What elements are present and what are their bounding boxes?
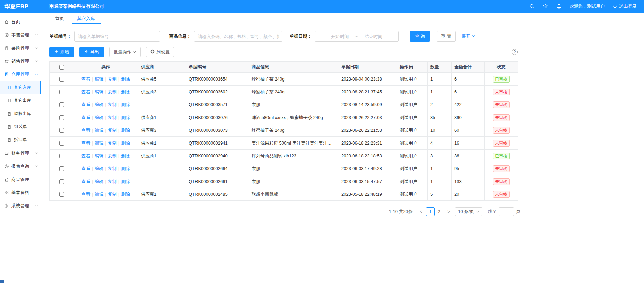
- search-button[interactable]: 查询: [410, 31, 430, 42]
- date-end-input[interactable]: [359, 34, 388, 39]
- status-badge: 未审核: [493, 127, 510, 134]
- delete-link[interactable]: 删除: [121, 89, 130, 94]
- copy-link[interactable]: 复制: [108, 153, 117, 158]
- row-checkbox[interactable]: [59, 115, 64, 120]
- delete-link[interactable]: 删除: [121, 140, 130, 146]
- edit-link[interactable]: 编辑: [95, 140, 103, 146]
- copy-link[interactable]: 复制: [108, 115, 117, 120]
- view-link[interactable]: 查看: [81, 102, 90, 107]
- view-link[interactable]: 查看: [81, 115, 90, 120]
- sidebar-item-sales[interactable]: 销售管理: [0, 55, 41, 68]
- view-link[interactable]: 查看: [81, 89, 90, 94]
- sidebar-item-basic[interactable]: 基本资料: [0, 186, 41, 199]
- view-link[interactable]: 查看: [81, 179, 90, 184]
- bank-icon[interactable]: [543, 4, 548, 9]
- sidebar-item-finance[interactable]: 财务管理: [0, 147, 41, 160]
- edit-link[interactable]: 编辑: [95, 192, 103, 197]
- copy-link[interactable]: 复制: [108, 89, 117, 94]
- delete-link[interactable]: 删除: [121, 76, 130, 82]
- doc-no-cell: QTRK00000003602: [186, 86, 249, 98]
- delete-link[interactable]: 删除: [121, 128, 130, 133]
- batch-actions-button[interactable]: 批量操作: [109, 47, 141, 57]
- tab-other-inbound[interactable]: 其它入库: [72, 13, 101, 24]
- help-icon[interactable]: ?: [512, 49, 518, 55]
- date-range-picker[interactable]: ~: [315, 31, 399, 42]
- edit-link[interactable]: 编辑: [95, 153, 103, 158]
- sidebar-item-assembly-order[interactable]: 组装单: [0, 120, 41, 133]
- sidebar-item-system[interactable]: 系统管理: [0, 199, 41, 212]
- page-button-2[interactable]: 2: [435, 207, 443, 216]
- doc-no-input[interactable]: [74, 31, 160, 42]
- row-checkbox[interactable]: [59, 77, 64, 82]
- copy-link[interactable]: 复制: [108, 128, 117, 133]
- logout-button[interactable]: 退出登录: [613, 3, 637, 9]
- column-settings-button[interactable]: 列设置: [146, 47, 174, 57]
- copy-link[interactable]: 复制: [108, 76, 117, 82]
- sidebar-item-other-outbound[interactable]: 其它出库: [0, 94, 41, 107]
- view-link[interactable]: 查看: [81, 192, 90, 197]
- expand-link[interactable]: 展开: [462, 33, 475, 39]
- sidebar-item-report[interactable]: 报表查询: [0, 160, 41, 173]
- row-checkbox[interactable]: [59, 192, 64, 197]
- table-row: 查看|编辑|复制|删除供应商5QTRK00000003654蜂蜜柚子茶 240g…: [50, 73, 518, 86]
- edit-link[interactable]: 编辑: [95, 102, 103, 107]
- product-input[interactable]: [194, 31, 282, 42]
- row-checkbox[interactable]: [59, 141, 64, 146]
- edit-link[interactable]: 编辑: [95, 76, 103, 82]
- row-checkbox[interactable]: [59, 166, 64, 171]
- copy-link[interactable]: 复制: [108, 192, 117, 197]
- row-checkbox[interactable]: [59, 128, 64, 133]
- copy-link[interactable]: 复制: [108, 102, 117, 107]
- view-link[interactable]: 查看: [81, 128, 90, 133]
- delete-link[interactable]: 删除: [121, 179, 130, 184]
- report-icon: [4, 164, 9, 169]
- edit-link[interactable]: 编辑: [95, 89, 103, 94]
- view-link[interactable]: 查看: [81, 166, 90, 171]
- row-checkbox[interactable]: [59, 90, 64, 94]
- page-button-1[interactable]: 1: [426, 207, 435, 216]
- copy-link[interactable]: 复制: [108, 166, 117, 171]
- row-select-cell: [50, 73, 73, 86]
- row-actions: 查看|编辑|复制|删除: [73, 150, 138, 162]
- sidebar-item-warehouse[interactable]: 仓库管理: [0, 68, 41, 81]
- tab-home[interactable]: 首页: [49, 13, 70, 24]
- delete-link[interactable]: 删除: [121, 102, 130, 107]
- delete-link[interactable]: 删除: [121, 153, 130, 158]
- date-start-input[interactable]: [325, 34, 355, 39]
- edit-link[interactable]: 编辑: [95, 179, 103, 184]
- sidebar-item-disassembly-order[interactable]: 拆卸单: [0, 133, 41, 147]
- delete-link[interactable]: 删除: [121, 192, 130, 197]
- view-link[interactable]: 查看: [81, 140, 90, 146]
- sidebar-item-purchase[interactable]: 采购管理: [0, 41, 41, 55]
- sidebar-item-retail[interactable]: 零售管理: [0, 28, 41, 41]
- edit-link[interactable]: 编辑: [95, 128, 103, 133]
- prev-page-button[interactable]: <: [418, 209, 424, 214]
- select-all-checkbox[interactable]: [59, 65, 64, 70]
- copy-link[interactable]: 复制: [108, 179, 117, 184]
- row-checkbox[interactable]: [59, 102, 64, 107]
- row-checkbox[interactable]: [59, 179, 64, 184]
- warehouse-icon: [4, 72, 9, 77]
- copy-link[interactable]: 复制: [108, 140, 117, 146]
- delete-link[interactable]: 删除: [121, 166, 130, 171]
- reset-button[interactable]: 重置: [437, 31, 456, 42]
- jump-input[interactable]: [499, 207, 514, 216]
- edit-link[interactable]: 编辑: [95, 115, 103, 120]
- sidebar-item-transfer-outbound[interactable]: 调拨出库: [0, 107, 41, 120]
- view-link[interactable]: 查看: [81, 76, 90, 82]
- sidebar-item-label: 系统管理: [11, 203, 29, 209]
- sidebar-item-goods[interactable]: 商品管理: [0, 173, 41, 186]
- page-size-select[interactable]: 10 条/页: [455, 207, 482, 216]
- delete-link[interactable]: 删除: [121, 115, 130, 120]
- sidebar-collapse-handle[interactable]: [0, 280, 4, 283]
- edit-link[interactable]: 编辑: [95, 166, 103, 171]
- add-button[interactable]: 新增: [49, 47, 74, 57]
- view-link[interactable]: 查看: [81, 153, 90, 158]
- sidebar-item-other-inbound[interactable]: 其它入库: [0, 81, 41, 94]
- search-icon[interactable]: [529, 4, 535, 9]
- row-checkbox[interactable]: [59, 154, 64, 158]
- export-button[interactable]: 导出: [79, 47, 104, 57]
- bell-icon[interactable]: [556, 4, 562, 9]
- next-page-button[interactable]: >: [445, 209, 452, 214]
- sidebar-item-home[interactable]: 首页: [0, 15, 41, 28]
